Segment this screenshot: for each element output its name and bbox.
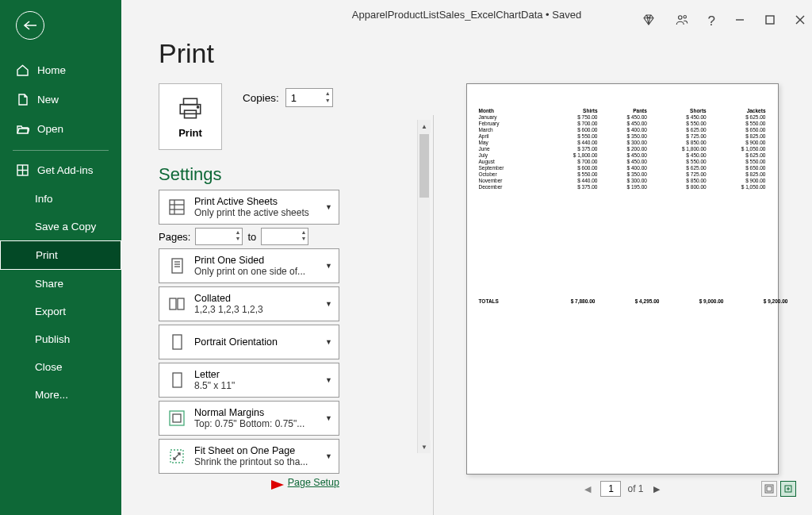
copies-input[interactable]: 1 ▲▼ [285, 88, 333, 107]
nav-export[interactable]: Export [0, 298, 121, 325]
nav-label: Get Add-ins [37, 164, 94, 176]
nav-label: Share [35, 278, 63, 290]
chevron-down-icon: ▼ [325, 338, 332, 346]
nav-open[interactable]: Open [0, 114, 121, 144]
settings-scrollbar[interactable]: ▲ ▼ [417, 120, 430, 453]
nav-label: Export [35, 306, 66, 317]
svg-rect-21 [170, 298, 176, 309]
help-icon[interactable]: ? [708, 13, 715, 29]
nav-label: Open [37, 123, 63, 135]
orientation-combo[interactable]: Portrait Orientation ▼ [159, 325, 339, 359]
margins-combo[interactable]: Normal MarginsTop: 0.75" Bottom: 0.75"..… [159, 401, 339, 436]
sides-combo[interactable]: Print One SidedOnly print on one side of… [159, 248, 339, 283]
nav-publish[interactable]: Publish [0, 325, 121, 353]
titlebar: ApparelProductListSales_ExcelChartData •… [121, 0, 812, 29]
paper-size-combo[interactable]: Letter8.5" x 11" ▼ [159, 363, 339, 398]
nav-label: Close [35, 361, 63, 373]
annotation-arrow [222, 478, 285, 491]
nav-close[interactable]: Close [0, 353, 121, 381]
printer-icon [177, 95, 204, 122]
chevron-down-icon: ▼ [325, 262, 332, 270]
chevron-down-icon: ▼ [325, 452, 332, 460]
nav-share[interactable]: Share [0, 270, 121, 298]
svg-rect-3 [766, 16, 774, 24]
main-panel: Print Print Copies: 1 ▲▼ Settings [121, 29, 812, 515]
home-icon [16, 63, 29, 77]
vertical-divider [433, 115, 434, 515]
settings-heading: Settings [159, 164, 411, 185]
margins-icon [159, 408, 194, 429]
document-title: ApparelProductListSales_ExcelChartData •… [352, 9, 581, 21]
nav-home[interactable]: Home [0, 56, 121, 85]
nav-label: Publish [35, 333, 70, 345]
close-button[interactable] [795, 14, 806, 28]
svg-point-1 [684, 16, 686, 18]
chevron-down-icon: ▼ [325, 376, 332, 384]
collated-icon [159, 294, 194, 314]
open-icon [16, 122, 29, 136]
share-people-icon[interactable] [675, 13, 689, 29]
backstage-sidebar: Home New Open Get Add-ins Info Save a Co… [0, 0, 121, 515]
page-of-label: of 1 [627, 483, 643, 494]
one-sided-icon [159, 256, 194, 276]
nav-print[interactable]: Print [0, 240, 121, 270]
sheets-icon [159, 197, 194, 217]
prev-page-button[interactable]: ◀ [581, 482, 594, 496]
scroll-thumb[interactable] [419, 134, 429, 198]
nav-save-copy[interactable]: Save a Copy [0, 213, 121, 240]
print-preview-page: MonthShirtsPantsShortsJacketsJanuary$ 75… [466, 83, 779, 475]
nav-label: Print [36, 249, 58, 261]
preview-data-table: MonthShirtsPantsShortsJacketsJanuary$ 75… [478, 108, 767, 190]
print-button-label: Print [178, 127, 202, 139]
chevron-down-icon: ▼ [325, 414, 332, 422]
pages-to-input[interactable]: ▲▼ [261, 228, 308, 245]
page-setup-link[interactable]: Page Setup [288, 477, 339, 488]
nav-more[interactable]: More... [0, 381, 121, 409]
minimize-button[interactable] [734, 14, 745, 28]
scroll-down-icon[interactable]: ▼ [418, 440, 431, 453]
premium-icon[interactable] [642, 13, 656, 29]
next-page-button[interactable]: ▶ [650, 482, 663, 496]
nav-label: Save a Copy [35, 221, 96, 233]
pages-to-label: to [247, 231, 256, 243]
zoom-to-page-button[interactable] [780, 481, 796, 497]
addins-icon [16, 163, 29, 177]
svg-rect-24 [173, 373, 182, 387]
svg-rect-31 [767, 486, 772, 491]
nav-addins[interactable]: Get Add-ins [0, 156, 121, 185]
nav-label: More... [35, 389, 68, 401]
nav-label: New [37, 94, 59, 106]
nav-label: Home [37, 64, 66, 76]
new-icon [16, 93, 29, 106]
pages-from-input[interactable]: ▲▼ [195, 228, 243, 245]
back-button[interactable] [16, 11, 44, 40]
pages-label: Pages: [159, 231, 190, 243]
page-number-input[interactable]: 1 [600, 481, 621, 497]
collate-combo[interactable]: Collated1,2,3 1,2,3 1,2,3 ▼ [159, 286, 339, 321]
svg-point-0 [678, 16, 682, 20]
portrait-icon [159, 332, 194, 352]
page-title: Print [159, 38, 812, 69]
nav-label: Info [35, 193, 53, 205]
show-margins-button[interactable] [761, 481, 777, 497]
svg-rect-23 [173, 335, 182, 349]
svg-rect-25 [170, 411, 184, 425]
copies-label: Copies: [243, 92, 279, 104]
svg-point-12 [197, 106, 199, 107]
preview-totals: TOTALS$ 7,880.00$ 4,295.00$ 9,000.00$ 9,… [478, 298, 789, 305]
print-what-combo[interactable]: Print Active SheetsOnly print the active… [159, 190, 339, 225]
svg-rect-26 [173, 414, 181, 422]
paper-icon [159, 370, 194, 390]
scroll-up-icon[interactable]: ▲ [418, 120, 431, 133]
chevron-down-icon: ▼ [325, 203, 332, 211]
nav-separator [13, 150, 109, 151]
chevron-down-icon: ▼ [325, 300, 332, 308]
svg-rect-17 [172, 259, 182, 273]
nav-info[interactable]: Info [0, 185, 121, 213]
maximize-button[interactable] [764, 14, 776, 28]
print-button[interactable]: Print [159, 83, 222, 150]
nav-new[interactable]: New [0, 85, 121, 114]
svg-rect-9 [184, 98, 197, 104]
fit-icon [159, 446, 194, 467]
scaling-combo[interactable]: Fit Sheet on One PageShrink the printout… [159, 439, 339, 474]
